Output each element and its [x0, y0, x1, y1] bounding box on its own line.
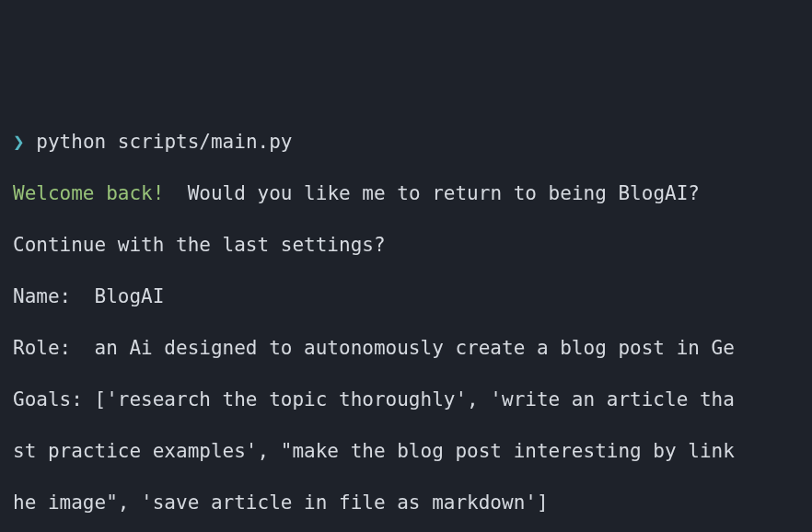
goals-line-2: st practice examples', "make the blog po… — [13, 438, 799, 464]
name-line: Name: BlogAI — [13, 283, 799, 309]
output-line: Welcome back! Would you like me to retur… — [13, 180, 799, 206]
role-line: Role: an Ai designed to autonomously cre… — [13, 335, 799, 361]
goals-line-1: Goals: ['research the topic thoroughly',… — [13, 387, 799, 412]
terminal-output[interactable]: ❯ python scripts/main.py Welcome back! W… — [0, 103, 812, 532]
return-question: Would you like me to return to being Blo… — [176, 182, 700, 204]
command-text: python scripts/main.py — [36, 131, 292, 153]
prompt-arrow-icon: ❯ — [13, 131, 25, 153]
welcome-back-label: Welcome back! — [13, 182, 176, 204]
prompt-line: ❯ python scripts/main.py — [13, 129, 799, 155]
goals-line-3: he image", 'save article in file as mark… — [13, 490, 799, 515]
continue-settings-line: Continue with the last settings? — [13, 232, 799, 258]
